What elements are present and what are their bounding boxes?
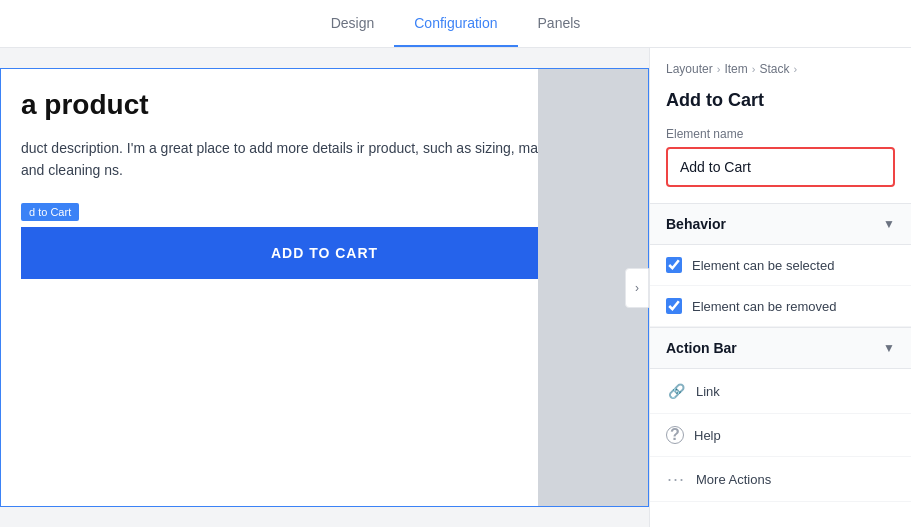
product-description: duct description. I'm a great place to a… [21, 137, 628, 182]
left-panel: a product duct description. I'm a great … [0, 48, 649, 527]
breadcrumb-stack[interactable]: Stack [759, 62, 789, 76]
top-nav: Design Configuration Panels [0, 0, 911, 48]
action-more-row[interactable]: ··· More Actions [650, 457, 911, 502]
breadcrumb-item[interactable]: Item [724, 62, 747, 76]
tab-configuration[interactable]: Configuration [394, 1, 517, 47]
toggle-panel-button[interactable]: › [625, 268, 649, 308]
tab-panels[interactable]: Panels [518, 1, 601, 47]
checkbox-can-remove-label: Element can be removed [692, 299, 837, 314]
element-name-label: Element name [666, 127, 895, 141]
right-panel: Layouter › Item › Stack › Add to Cart El… [649, 48, 911, 527]
breadcrumb-sep-3: › [793, 63, 797, 75]
checkbox-can-remove[interactable] [666, 298, 682, 314]
help-icon: ? [666, 426, 684, 444]
product-card: a product duct description. I'm a great … [0, 68, 649, 507]
chevron-right-icon: › [635, 281, 639, 295]
product-title: a product [21, 89, 628, 121]
breadcrumb: Layouter › Item › Stack › [650, 48, 911, 86]
preview-area: a product duct description. I'm a great … [0, 48, 649, 527]
behavior-arrow-icon: ▼ [883, 217, 895, 231]
action-bar-arrow-icon: ▼ [883, 341, 895, 355]
action-link-label: Link [696, 384, 720, 399]
element-name-input[interactable] [666, 147, 895, 187]
link-icon: 🔗 [666, 381, 686, 401]
action-help-row[interactable]: ? Help [650, 414, 911, 457]
action-bar-section-header[interactable]: Action Bar ▼ [650, 327, 911, 369]
action-link-row[interactable]: 🔗 Link [650, 369, 911, 414]
more-actions-icon: ··· [666, 469, 686, 489]
add-to-cart-button[interactable]: ADD TO CART [21, 227, 628, 279]
action-more-label: More Actions [696, 472, 771, 487]
checkbox-can-remove-row: Element can be removed [650, 286, 911, 327]
breadcrumb-sep-1: › [717, 63, 721, 75]
breadcrumb-sep-2: › [752, 63, 756, 75]
action-help-label: Help [694, 428, 721, 443]
breadcrumb-layouter[interactable]: Layouter [666, 62, 713, 76]
behavior-label: Behavior [666, 216, 726, 232]
main-layout: a product duct description. I'm a great … [0, 48, 911, 527]
behavior-section-header[interactable]: Behavior ▼ [650, 203, 911, 245]
checkbox-can-select[interactable] [666, 257, 682, 273]
tab-design[interactable]: Design [311, 1, 395, 47]
element-name-group: Element name [650, 127, 911, 203]
add-to-cart-badge: d to Cart [21, 203, 79, 221]
checkbox-can-select-label: Element can be selected [692, 258, 834, 273]
checkbox-can-select-row: Element can be selected [650, 245, 911, 286]
section-title: Add to Cart [650, 86, 911, 127]
nav-tabs: Design Configuration Panels [311, 1, 601, 47]
action-bar-label: Action Bar [666, 340, 737, 356]
